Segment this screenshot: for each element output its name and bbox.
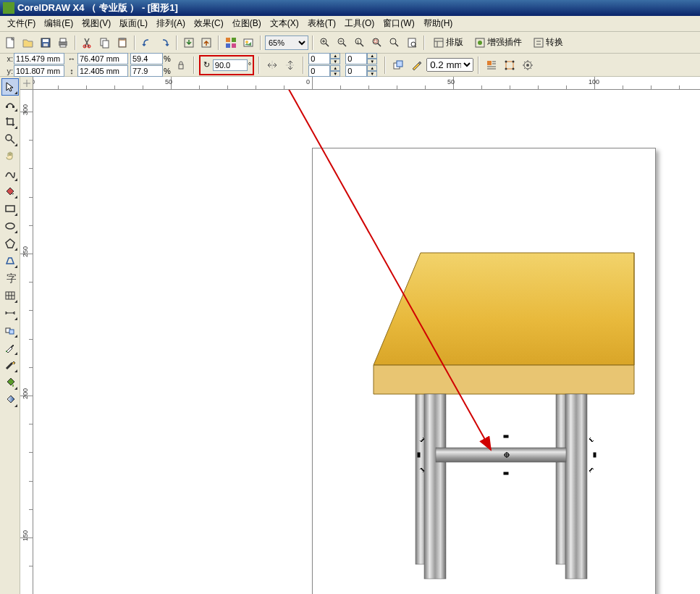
- menu-layout[interactable]: 版面(L): [115, 16, 152, 31]
- spin-up[interactable]: ▲: [330, 53, 340, 59]
- outline-pen-button[interactable]: [408, 57, 424, 73]
- interactive-tool[interactable]: [1, 322, 19, 339]
- height-input[interactable]: [77, 65, 128, 77]
- zoom-out-button[interactable]: [334, 35, 350, 51]
- table-tool[interactable]: [1, 287, 19, 304]
- import-button[interactable]: [181, 35, 197, 51]
- app-launcher-button[interactable]: [223, 35, 239, 51]
- svg-rect-31: [434, 38, 443, 47]
- canvas[interactable]: [33, 90, 700, 594]
- menu-edit[interactable]: 编辑(E): [40, 16, 77, 31]
- welcome-button[interactable]: [240, 35, 256, 51]
- svg-rect-6: [60, 45, 66, 47]
- scale-y-input[interactable]: [130, 65, 163, 77]
- degree-label: °: [248, 61, 251, 70]
- width-icon: ↔: [67, 54, 77, 64]
- hand-tool[interactable]: [1, 148, 19, 165]
- spin-down[interactable]: ▼: [367, 59, 377, 64]
- mirror-h-button[interactable]: [264, 57, 280, 73]
- zoom-fit-button[interactable]: [387, 35, 402, 51]
- workspace: 字 15010050050100150200250 30025020015010…: [0, 77, 700, 594]
- menu-file[interactable]: 文件(F): [3, 16, 40, 31]
- spin-up[interactable]: ▲: [330, 65, 340, 71]
- menu-effects[interactable]: 效果(C): [190, 16, 228, 31]
- ellipse-tool[interactable]: [1, 217, 19, 235]
- convert-curves-button[interactable]: [502, 57, 518, 73]
- separator: [176, 35, 177, 50]
- svg-rect-46: [6, 106, 8, 108]
- menu-tools[interactable]: 工具(O): [340, 16, 379, 31]
- to-front-button[interactable]: [390, 57, 406, 73]
- dimension-tool[interactable]: [1, 304, 19, 322]
- menu-help[interactable]: 帮助(H): [419, 16, 457, 31]
- shape-tool[interactable]: [1, 96, 19, 113]
- menu-arrange[interactable]: 排列(A): [152, 16, 190, 31]
- export-button[interactable]: [198, 35, 214, 51]
- zoom-100-button[interactable]: 1: [352, 35, 368, 51]
- new-button[interactable]: [3, 35, 19, 51]
- crop-tool[interactable]: [1, 113, 19, 130]
- basic-shapes-tool[interactable]: [1, 252, 19, 269]
- spin-down[interactable]: ▼: [330, 71, 340, 77]
- smart-fill-tool[interactable]: [1, 183, 19, 200]
- zoom-combo[interactable]: 65%: [265, 35, 308, 50]
- undo-button[interactable]: [139, 35, 155, 51]
- interactive-fill-tool[interactable]: [1, 391, 19, 409]
- separator: [260, 35, 261, 50]
- options-button[interactable]: [520, 57, 536, 73]
- layout-button[interactable]: 排版: [429, 34, 468, 51]
- redo-button[interactable]: [156, 35, 172, 51]
- paste-button[interactable]: [114, 35, 130, 51]
- save-button[interactable]: [38, 35, 54, 51]
- pick-tool[interactable]: [1, 78, 19, 96]
- zoom-tool[interactable]: [1, 130, 19, 148]
- x-input[interactable]: [14, 53, 64, 64]
- rotation-input[interactable]: [213, 59, 248, 71]
- menu-text[interactable]: 文本(X): [266, 16, 303, 31]
- horizontal-ruler[interactable]: 15010050050100150200250: [33, 77, 700, 90]
- spin-up[interactable]: ▲: [367, 53, 377, 59]
- menu-table[interactable]: 表格(T): [303, 16, 340, 31]
- open-button[interactable]: [20, 35, 36, 51]
- menu-window[interactable]: 窗口(W): [379, 16, 418, 31]
- menu-view[interactable]: 视图(V): [77, 16, 115, 31]
- y-input[interactable]: [14, 65, 64, 77]
- svg-point-55: [6, 351, 7, 352]
- separator: [258, 57, 260, 74]
- lock-ratio-button[interactable]: [173, 57, 189, 73]
- copy-button[interactable]: [97, 35, 113, 51]
- skew-a-input[interactable]: [308, 53, 330, 64]
- convert-button[interactable]: 转换: [528, 34, 568, 51]
- polygon-tool[interactable]: [1, 235, 19, 252]
- svg-point-48: [6, 135, 12, 141]
- wrap-text-button[interactable]: [484, 57, 499, 73]
- spin-down[interactable]: ▼: [367, 71, 377, 77]
- outline-width-combo[interactable]: 0.2 mm: [426, 58, 473, 72]
- menu-bitmap[interactable]: 位图(B): [228, 16, 266, 31]
- zoom-in-button[interactable]: [317, 35, 333, 51]
- fill-tool[interactable]: [1, 374, 19, 391]
- text-tool[interactable]: 字: [1, 269, 19, 287]
- property-bar: x: y: ↔ ↕ % % ↻ ° ▲▼ ▲▼ ▲▼ ▲▼ 0.2 mm: [0, 54, 700, 77]
- eyedropper-tool[interactable]: [1, 339, 19, 356]
- skew-c-input[interactable]: [345, 53, 367, 64]
- plugin-button[interactable]: 增强插件: [470, 34, 527, 51]
- zoom-page-button[interactable]: [404, 35, 420, 51]
- spin-down[interactable]: ▼: [330, 59, 340, 64]
- scale-x-input[interactable]: [130, 53, 163, 64]
- freehand-tool[interactable]: [1, 165, 19, 183]
- skew-d-input[interactable]: [345, 65, 367, 77]
- skew-b-input[interactable]: [308, 65, 330, 77]
- mirror-v-button[interactable]: [282, 57, 298, 73]
- spin-up[interactable]: ▲: [367, 65, 377, 71]
- rectangle-tool[interactable]: [1, 200, 19, 217]
- width-input[interactable]: [77, 53, 128, 64]
- svg-rect-35: [179, 64, 183, 69]
- cut-button[interactable]: [80, 35, 96, 51]
- ruler-origin[interactable]: [20, 77, 33, 90]
- outline-tool[interactable]: [1, 356, 19, 374]
- print-button[interactable]: [55, 35, 71, 51]
- svg-rect-49: [6, 206, 14, 212]
- zoom-selection-button[interactable]: [369, 35, 385, 51]
- vertical-ruler[interactable]: 300250200150100: [20, 90, 33, 594]
